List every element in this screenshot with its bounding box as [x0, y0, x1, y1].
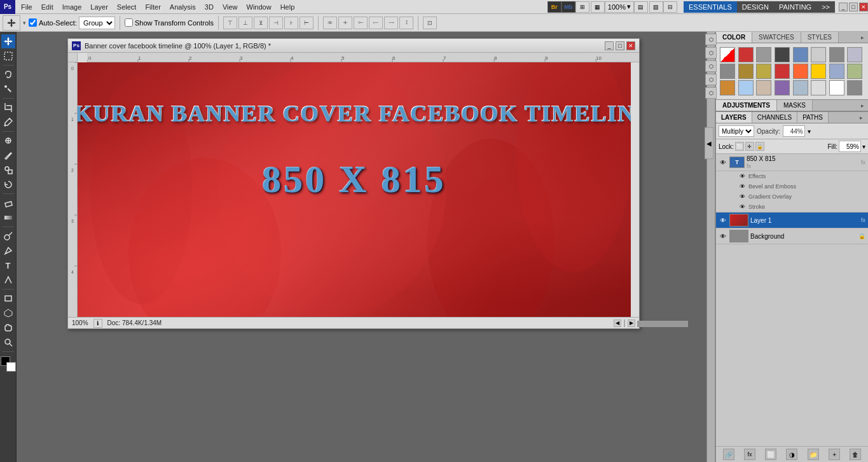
- app-maximize-btn[interactable]: □: [849, 3, 858, 11]
- swatch-gold[interactable]: [756, 64, 771, 79]
- add-group-btn[interactable]: 📁: [808, 449, 819, 460]
- lock-all-icon[interactable]: 🔒: [755, 142, 764, 151]
- swatch-lightblue[interactable]: [738, 80, 754, 95]
- minibridge-icon[interactable]: Mb: [561, 1, 575, 13]
- distribute-right-icon[interactable]: ⟟: [399, 17, 413, 29]
- swatch-dark[interactable]: [775, 47, 790, 62]
- menu-analysis[interactable]: Analysis: [165, 2, 200, 12]
- swatch-gray3[interactable]: [847, 80, 862, 95]
- distribute-bottom-icon[interactable]: ⟜: [354, 17, 368, 29]
- color-panel-collapse[interactable]: ▸: [857, 32, 868, 43]
- magic-wand-tool[interactable]: [1, 82, 15, 96]
- lock-move-icon[interactable]: ✛: [745, 142, 754, 151]
- stroke-eye[interactable]: 👁: [738, 202, 747, 211]
- path-selection-tool[interactable]: [1, 273, 15, 287]
- distribute-hcenter-icon[interactable]: ⟞: [384, 17, 398, 29]
- menu-file[interactable]: File: [17, 2, 37, 12]
- swatch-blue2[interactable]: [793, 80, 808, 95]
- brush-tool[interactable]: [1, 148, 15, 162]
- swatch-red[interactable]: [738, 47, 754, 62]
- status-info-icon[interactable]: ℹ: [93, 319, 102, 328]
- layer-item-text[interactable]: 👁 T 850 X 815 fx fx: [716, 154, 868, 171]
- scroll-right-arrow[interactable]: ▶: [628, 319, 635, 327]
- layers-panel-collapse[interactable]: ▸: [857, 112, 868, 123]
- gradient-tool[interactable]: [1, 211, 15, 225]
- text-tool[interactable]: T: [1, 258, 15, 272]
- doc-minimize-btn[interactable]: _: [605, 41, 614, 50]
- dodge-tool[interactable]: [1, 229, 15, 243]
- menu-view[interactable]: View: [218, 2, 242, 12]
- align-right-icon[interactable]: ⊢: [300, 17, 313, 29]
- move-tool[interactable]: [1, 34, 15, 48]
- effect-item-bevel[interactable]: 👁 Bevel and Emboss: [735, 181, 868, 192]
- distribute-top-icon[interactable]: ⟚: [323, 17, 337, 29]
- layer-item-background[interactable]: 👁 Background 🔒: [716, 228, 868, 244]
- distribute-left-icon[interactable]: ⟝: [369, 17, 383, 29]
- swatch-orange2[interactable]: [720, 80, 735, 95]
- swatch-bluegray[interactable]: [793, 47, 808, 62]
- layer-visibility-bg[interactable]: 👁: [719, 232, 727, 241]
- blend-mode-select[interactable]: Multiply: [719, 125, 754, 137]
- bridge-icon[interactable]: Br: [548, 1, 561, 13]
- workspace-essentials[interactable]: ESSENTIALS: [684, 1, 737, 13]
- fill-stepper[interactable]: ▾: [862, 143, 865, 150]
- swatch-light[interactable]: [811, 80, 826, 95]
- effect-item-gradient[interactable]: 👁 Gradient Overlay: [735, 192, 868, 202]
- tab-layers[interactable]: LAYERS: [716, 112, 752, 123]
- menu-help[interactable]: Help: [276, 2, 300, 12]
- swatch-red2[interactable]: [775, 64, 790, 79]
- workspace-design[interactable]: DESIGN: [737, 1, 774, 13]
- arrange-icon-5[interactable]: ⊟: [663, 1, 677, 13]
- swatch-lightgray[interactable]: [811, 47, 826, 62]
- tab-masks[interactable]: MASKS: [777, 100, 813, 111]
- autoselect-dropdown[interactable]: Group: [79, 17, 115, 29]
- bevel-eye[interactable]: 👁: [738, 182, 747, 191]
- menu-select[interactable]: Select: [113, 2, 141, 12]
- add-mask-btn[interactable]: ⬜: [765, 449, 776, 460]
- distribute-vcenter-icon[interactable]: ⟛: [338, 17, 352, 29]
- 3d-tool[interactable]: [1, 306, 15, 320]
- clone-stamp-tool[interactable]: [1, 163, 15, 177]
- lasso-tool[interactable]: [1, 67, 15, 81]
- swatch-sage[interactable]: [847, 64, 862, 79]
- tab-styles[interactable]: STYLES: [801, 32, 839, 43]
- lock-pixels-icon[interactable]: ⬜: [735, 142, 744, 151]
- hand-tool[interactable]: [1, 321, 15, 335]
- menu-3d[interactable]: 3D: [200, 2, 218, 12]
- align-vcenter-icon[interactable]: ⊥: [238, 17, 252, 29]
- panel-collapse-handle[interactable]: ◀: [705, 127, 713, 159]
- app-minimize-btn[interactable]: _: [839, 3, 848, 11]
- rectangle-tool[interactable]: [1, 291, 15, 305]
- layer-fx-btn[interactable]: fx: [861, 159, 865, 165]
- swatch-gray[interactable]: [756, 47, 771, 62]
- selection-tool[interactable]: [1, 49, 15, 63]
- move-tool-indicator[interactable]: [3, 15, 20, 31]
- align-left-icon[interactable]: ⊣: [269, 17, 283, 29]
- eyedropper-tool[interactable]: [1, 115, 15, 129]
- crop-tool[interactable]: [1, 101, 15, 115]
- menu-window[interactable]: Window: [242, 2, 276, 12]
- layer1-fx-btn[interactable]: fx: [861, 217, 865, 223]
- swatch-gray2[interactable]: [720, 64, 735, 79]
- doc-restore-btn[interactable]: □: [616, 41, 624, 50]
- align-bottom-icon[interactable]: ⊻: [254, 17, 268, 29]
- swatch-lavender[interactable]: [847, 47, 862, 62]
- rt-btn-4[interactable]: ⬡: [705, 74, 717, 85]
- scroll-left-arrow[interactable]: ◀: [614, 319, 621, 327]
- gradient-eye[interactable]: 👁: [738, 192, 747, 201]
- add-adjustment-btn[interactable]: ◑: [786, 449, 797, 460]
- zoom-dropdown-icon[interactable]: ▾: [627, 3, 631, 11]
- show-transform-checkbox[interactable]: [125, 18, 133, 27]
- swatch-white[interactable]: [829, 80, 844, 95]
- rt-btn-3[interactable]: ⬡: [705, 60, 717, 72]
- pen-tool[interactable]: [1, 244, 15, 258]
- tab-paths[interactable]: PATHS: [797, 112, 829, 123]
- horizontal-scrollbar[interactable]: [624, 319, 625, 327]
- add-layer-btn[interactable]: +: [829, 449, 840, 460]
- tab-adjustments[interactable]: ADJUSTMENTS: [716, 100, 777, 111]
- swatch-orange[interactable]: [793, 64, 808, 79]
- rt-btn-2[interactable]: ⬡: [705, 47, 717, 59]
- rt-btn-5[interactable]: ⬡: [705, 87, 717, 99]
- opacity-input[interactable]: [783, 125, 805, 137]
- history-brush-tool[interactable]: [1, 178, 15, 192]
